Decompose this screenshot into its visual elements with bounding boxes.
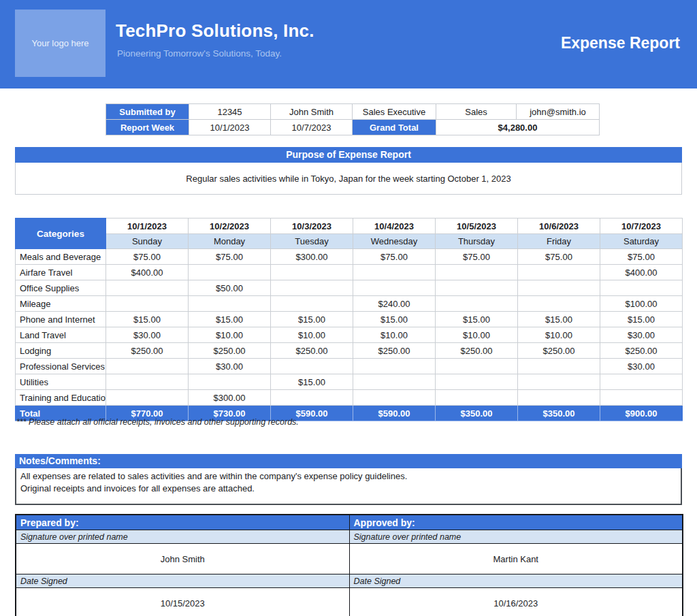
categories-header: Categories [16,218,106,249]
week-end-date: 10/7/2023 [271,120,353,135]
job-title: Sales Executive [353,104,436,120]
total-value: $590.00 [353,406,436,421]
grand-total-label: Grand Total [353,120,436,135]
amount-cell [518,374,600,390]
amount-cell: $250.00 [353,343,436,359]
amount-cell: $250.00 [189,343,271,359]
amount-cell: $100.00 [600,296,683,312]
category-cell: Phone and Internet [16,312,106,327]
amount-cell [106,359,189,374]
prepared-date-label: Date Signed [16,574,349,588]
amount-cell [106,296,189,312]
amount-cell [189,296,271,312]
amount-cell: $250.00 [518,343,600,359]
day-header-row: Sunday Monday Tuesday Wednesday Thursday… [16,234,683,249]
amount-cell [518,296,600,312]
amount-cell: $15.00 [436,312,518,327]
amount-cell: $75.00 [106,249,189,265]
amount-cell [271,280,353,296]
approved-by-name: Martin Kant [349,544,683,574]
day-header: Monday [189,234,271,249]
date-header: 10/7/2023 [600,218,683,234]
purpose-text: Regular sales activities while in Tokyo,… [15,163,682,195]
amount-cell: $10.00 [436,327,518,343]
expense-row: Land Travel$30.00$10.00$10.00$10.00$10.0… [16,327,683,343]
amount-cell [353,280,436,296]
expense-row: Office Supplies$50.00 [16,280,683,296]
amount-cell [353,390,436,406]
notes-text: All expenses are related to sales activi… [15,468,682,505]
amount-cell [600,280,683,296]
submitted-by-label: Submitted by [106,104,189,120]
expense-row: Airfare Travel$400.00$400.00 [16,265,683,280]
amount-cell [600,390,683,406]
date-header: 10/2/2023 [189,218,271,234]
purpose-title: Purpose of Expense Report [15,147,682,163]
expense-row: Utilities$15.00 [16,374,683,390]
expense-row: Mileage$240.00$100.00 [16,296,683,312]
prepared-signature-label: Signature over printed name [16,530,349,544]
amount-cell: $75.00 [518,249,600,265]
approved-by-title: Approved by: [349,515,683,530]
amount-cell: $10.00 [271,327,353,343]
expense-row: Phone and Internet$15.00$15.00$15.00$15.… [16,312,683,327]
day-header: Tuesday [271,234,353,249]
date-header: 10/1/2023 [106,218,189,234]
amount-cell: $300.00 [271,249,353,265]
amount-cell: $10.00 [189,327,271,343]
week-start-date: 10/1/2023 [189,120,271,135]
expense-row: Lodging$250.00$250.00$250.00$250.00$250.… [16,343,683,359]
prepared-by-title: Prepared by: [16,515,349,530]
expense-row: Training and Education$300.00 [16,390,683,406]
notes-section: Notes/Comments: All expenses are related… [15,454,682,505]
amount-cell [436,296,518,312]
amount-cell: $250.00 [106,343,189,359]
amount-cell: $30.00 [189,359,271,374]
day-header: Saturday [600,234,683,249]
approved-date-label: Date Signed [349,574,683,588]
category-cell: Office Supplies [16,280,106,296]
amount-cell [271,265,353,280]
expense-row: Meals and Beverage$75.00$75.00$300.00$75… [16,249,683,265]
date-signed-label-row: Date Signed Date Signed [16,574,683,588]
expense-row: Professional Services$30.00$30.00 [16,359,683,374]
amount-cell: $10.00 [353,327,436,343]
employee-id: 12345 [189,104,271,120]
day-header: Wednesday [353,234,436,249]
purpose-section: Purpose of Expense Report Regular sales … [15,147,682,195]
category-cell: Utilities [16,374,106,390]
amount-cell [271,296,353,312]
department: Sales [436,104,517,120]
amount-cell: $250.00 [271,343,353,359]
amount-cell: $240.00 [353,296,436,312]
day-header: Sunday [106,234,189,249]
amount-cell: $15.00 [106,312,189,327]
amount-cell: $15.00 [271,374,353,390]
amount-cell: $15.00 [518,312,600,327]
approved-signature-label: Signature over printed name [349,530,683,544]
amount-cell [518,359,600,374]
amount-cell [436,280,518,296]
prepared-by-name: John Smith [16,544,349,574]
date-header-row: Categories 10/1/2023 10/2/2023 10/3/2023… [16,218,683,234]
report-week-label: Report Week [106,120,189,135]
amount-cell [106,390,189,406]
expense-table: Categories 10/1/2023 10/2/2023 10/3/2023… [15,218,682,421]
amount-cell: $400.00 [600,265,683,280]
amount-cell: $250.00 [436,343,518,359]
report-week-row: Report Week 10/1/2023 10/7/2023 Grand To… [106,120,600,135]
total-value: $900.00 [600,406,683,421]
logo-placeholder-text: Your logo here [31,38,88,48]
amount-cell: $30.00 [600,327,683,343]
amount-cell [600,374,683,390]
amount-cell [436,265,518,280]
receipts-footnote: *** Please attach all official receipts,… [16,417,299,427]
amount-cell [271,359,353,374]
amount-cell: $75.00 [353,249,436,265]
day-header: Friday [518,234,600,249]
date-header: 10/6/2023 [518,218,600,234]
amount-cell [518,280,600,296]
category-cell: Training and Education [16,390,106,406]
category-cell: Airfare Travel [16,265,106,280]
total-value: $350.00 [436,406,518,421]
